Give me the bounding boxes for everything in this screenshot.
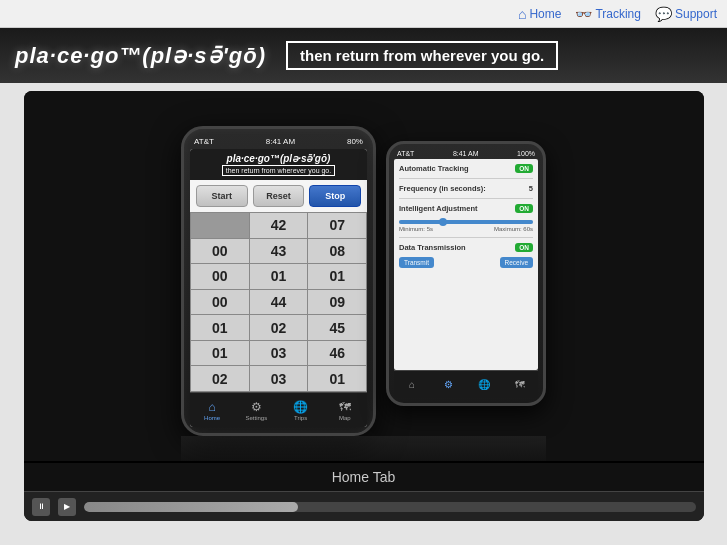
grid-cell: 46	[308, 341, 366, 366]
pause-button[interactable]: ⏸	[32, 498, 50, 516]
slider-fill	[399, 220, 533, 224]
trips-tab-icon: 🌐	[293, 400, 308, 414]
settings-tab-map[interactable]: 🗺	[502, 371, 538, 398]
slider-track	[399, 220, 533, 224]
grid-cell: 08	[308, 239, 366, 264]
main-content: AT&T 8:41 AM 80% pla·ce·go™(plə·sə̄'gō) …	[0, 83, 727, 545]
video-frame: AT&T 8:41 AM 80% pla·ce·go™(plə·sə̄'gō) …	[24, 91, 704, 461]
home-tab-label: Home	[204, 415, 220, 421]
data-transmission-toggle[interactable]: ON	[515, 243, 533, 252]
settings-phone: AT&T 8:41 AM 100% Automatic Tracking ON …	[386, 141, 546, 406]
top-navigation: ⌂ Home 👓 Tracking 💬 Support	[0, 0, 727, 28]
grid-cell: 03	[250, 366, 308, 391]
phone-time: 8:41 AM	[266, 137, 295, 146]
grid-cell: 01	[250, 264, 308, 289]
nav-support[interactable]: 💬 Support	[655, 6, 717, 22]
app-logo: pla·ce·go™(plə·sə̄'gō)	[15, 43, 266, 69]
phone-stop-button[interactable]: Stop	[309, 185, 361, 207]
phone-tagline-text: then return from wherever you go.	[222, 165, 335, 176]
auto-tracking-row: Automatic Tracking ON	[399, 164, 533, 173]
auto-tracking-toggle[interactable]: ON	[515, 164, 533, 173]
intelligent-adj-label: Intelligent Adjustment	[399, 204, 477, 213]
trips-tab-label: Trips	[294, 415, 307, 421]
phone-reset-button[interactable]: Reset	[253, 185, 305, 207]
phone-screen-header: pla·ce·go™(plə·sə̄'gō) then return from …	[190, 149, 367, 180]
intelligent-adj-toggle[interactable]: ON	[515, 204, 533, 213]
settings-tab-label: Settings	[246, 415, 268, 421]
phone-tab-bar: ⌂ Home ⚙ Settings 🌐 Trips	[190, 392, 367, 427]
grid-cell: 00	[191, 264, 249, 289]
grid-cell	[191, 213, 249, 238]
progress-bar-fill	[84, 502, 298, 512]
header-banner: pla·ce·go™(plə·sə̄'gō) then return from …	[0, 28, 727, 83]
settings-status-bar: AT&T 8:41 AM 100%	[394, 150, 538, 157]
settings-tab-settings[interactable]: ⚙	[430, 371, 466, 398]
grid-cell: 09	[308, 290, 366, 315]
phone-tab-map[interactable]: 🗺 Map	[323, 393, 367, 427]
frequency-slider[interactable]: Minimum: 5s Maximum: 60s	[399, 218, 533, 232]
phone-tab-trips[interactable]: 🌐 Trips	[279, 393, 323, 427]
map-tab-label: Map	[339, 415, 351, 421]
phone-start-button[interactable]: Start	[196, 185, 248, 207]
transmit-button[interactable]: Transmit	[399, 257, 434, 268]
nav-home[interactable]: ⌂ Home	[518, 6, 561, 22]
data-transmission-label: Data Transmission	[399, 243, 466, 252]
divider	[399, 178, 533, 179]
s-map-icon: 🗺	[515, 379, 525, 390]
grid-cell: 00	[191, 290, 249, 315]
settings-screen: Automatic Tracking ON Frequency (in seco…	[394, 159, 538, 370]
grid-cell: 02	[191, 366, 249, 391]
phone-carrier: AT&T	[194, 137, 214, 146]
grid-cell: 45	[308, 315, 366, 340]
intelligent-adj-row: Intelligent Adjustment ON	[399, 204, 533, 213]
grid-cell: 01	[191, 341, 249, 366]
slider-minmax: Minimum: 5s Maximum: 60s	[399, 226, 533, 232]
s-trips-icon: 🌐	[478, 379, 490, 390]
phone-area: AT&T 8:41 AM 80% pla·ce·go™(plə·sə̄'gō) …	[181, 126, 546, 436]
grid-cell: 03	[250, 341, 308, 366]
settings-tab-icon: ⚙	[251, 400, 262, 414]
frequency-label: Frequency (in seconds):	[399, 184, 486, 193]
map-tab-icon: 🗺	[339, 400, 351, 414]
support-icon: 💬	[655, 6, 672, 22]
transmit-receive-row: Transmit Receive	[399, 257, 533, 268]
s-gear-icon: ⚙	[444, 379, 453, 390]
home-icon: ⌂	[518, 6, 526, 22]
video-caption: Home Tab	[24, 463, 704, 491]
slider-max: Maximum: 60s	[494, 226, 533, 232]
grid-cell: 43	[250, 239, 308, 264]
settings-carrier: AT&T	[397, 150, 414, 157]
grid-cell: 42	[250, 213, 308, 238]
phone-controls: Start Reset Stop	[190, 180, 367, 212]
s-home-icon: ⌂	[409, 379, 415, 390]
grid-cell: 00	[191, 239, 249, 264]
progress-bar[interactable]	[84, 502, 696, 512]
phone-status-bar: AT&T 8:41 AM 80%	[190, 137, 367, 146]
grid-cell: 01	[191, 315, 249, 340]
frequency-row: Frequency (in seconds): 5	[399, 184, 533, 193]
phone-battery: 80%	[347, 137, 363, 146]
nav-tracking-label: Tracking	[595, 7, 641, 21]
auto-tracking-label: Automatic Tracking	[399, 164, 469, 173]
phone-tab-settings[interactable]: ⚙ Settings	[234, 393, 278, 427]
divider	[399, 198, 533, 199]
phone-app-name: pla·ce·go™(plə·sə̄'gō)	[227, 153, 331, 164]
grid-cell: 01	[308, 366, 366, 391]
tagline-box: then return from wherever you go.	[286, 41, 558, 70]
frequency-value: 5	[529, 184, 533, 193]
slider-min: Minimum: 5s	[399, 226, 433, 232]
receive-button[interactable]: Receive	[500, 257, 533, 268]
settings-phone-tab-bar: ⌂ ⚙ 🌐 🗺	[394, 370, 538, 398]
settings-tab-trips[interactable]: 🌐	[466, 371, 502, 398]
video-container: AT&T 8:41 AM 80% pla·ce·go™(plə·sə̄'gō) …	[24, 91, 704, 521]
nav-tracking[interactable]: 👓 Tracking	[575, 6, 641, 22]
settings-tab-home[interactable]: ⌂	[394, 371, 430, 398]
play-button[interactable]: ▶	[58, 498, 76, 516]
data-transmission-row: Data Transmission ON	[399, 243, 533, 252]
number-grid: 42 07 00 43 08 00 01 01 00 44 09 01	[190, 212, 367, 392]
divider	[399, 237, 533, 238]
video-controls: ⏸ ▶	[24, 491, 704, 521]
slider-thumb	[439, 218, 447, 226]
phone-tab-home[interactable]: ⌂ Home	[190, 393, 234, 427]
grid-cell: 44	[250, 290, 308, 315]
